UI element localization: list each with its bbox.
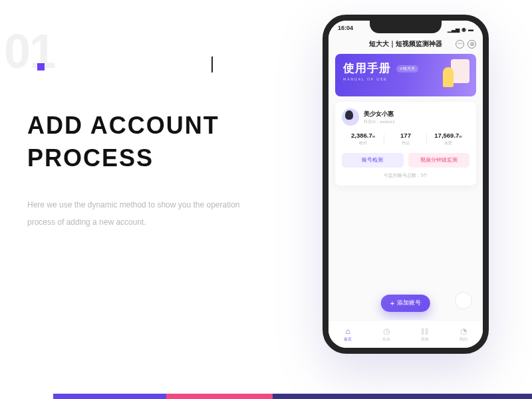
status-time: 16:04 xyxy=(338,25,353,34)
chart-icon: ⫿⫿ xyxy=(420,327,430,336)
banner-title: 使用手册 xyxy=(343,62,391,74)
stat-works: 177 作品 xyxy=(384,132,427,146)
headline-line1: ADD ACCOUNT xyxy=(27,110,219,142)
signal-icon: ▁▃▅ xyxy=(448,27,460,33)
tab-bar: ⌂ 首页 ◷ 热点 ⫿⫿ 榜单 ◔ 我的 xyxy=(329,320,483,348)
stat-fans: 2,386.7w 粉丝 xyxy=(342,132,384,146)
floating-control[interactable] xyxy=(455,292,472,309)
stat-likes: 17,569.7w 点赞 xyxy=(427,132,469,146)
headline: ADD ACCOUNT PROCESS xyxy=(27,110,219,174)
account-name: 美少女小惠 xyxy=(364,110,395,118)
tab-trending[interactable]: ◷ 热点 xyxy=(367,321,406,348)
phone-notch xyxy=(370,21,442,33)
banner-illustration xyxy=(432,58,472,92)
section-number: 01 xyxy=(4,24,55,78)
fab-label: 添加账号 xyxy=(397,299,421,307)
phone-mockup: 16:04 ▁▃▅ ◉ ▬ 短大大｜短视频监测神器 ⋯ ◎ 使用手册 ⊙短大大 … xyxy=(323,15,489,354)
app-title: 短大大｜短视频监测神器 xyxy=(369,39,442,49)
manual-banner[interactable]: 使用手册 ⊙短大大 MANUAL OF USE xyxy=(335,54,476,96)
app-header: 短大大｜短视频监测神器 ⋯ ◎ xyxy=(329,39,483,49)
account-stats: 2,386.7w 粉丝 177 作品 17,569.7w 点赞 xyxy=(342,132,469,146)
avatar[interactable] xyxy=(342,108,359,126)
tab-rank[interactable]: ⫿⫿ 榜单 xyxy=(406,321,444,348)
monitor-quota-note: 可监控账号总数：5个 xyxy=(342,173,469,179)
fire-icon: ◷ xyxy=(382,327,391,336)
accent-square xyxy=(37,63,45,70)
color-strip xyxy=(0,394,532,399)
banner-badge: ⊙短大大 xyxy=(396,65,418,72)
account-card: 美少女小惠 抖音ID：daidai12 2,386.7w 粉丝 177 作品 1… xyxy=(335,102,476,186)
description-text: Here we use the dynamic method to show y… xyxy=(27,196,253,231)
target-icon[interactable]: ◎ xyxy=(467,40,476,49)
battery-icon: ▬ xyxy=(468,27,473,33)
tab-home[interactable]: ⌂ 首页 xyxy=(329,321,367,348)
headline-line2: PROCESS xyxy=(27,142,219,175)
tab-me[interactable]: ◔ 我的 xyxy=(444,321,483,348)
monitor-button[interactable]: 视频分钟级监测 xyxy=(408,153,470,168)
user-icon: ◔ xyxy=(459,327,468,336)
vertical-accent-bar xyxy=(211,57,213,72)
more-icon[interactable]: ⋯ xyxy=(456,40,464,49)
wifi-icon: ◉ xyxy=(462,27,466,33)
home-icon: ⌂ xyxy=(343,327,352,336)
detect-button[interactable]: 账号检测 xyxy=(342,153,404,168)
add-account-button[interactable]: + 添加账号 xyxy=(381,295,430,312)
account-id: 抖音ID：daidai12 xyxy=(364,119,395,125)
plus-icon: + xyxy=(390,299,394,307)
